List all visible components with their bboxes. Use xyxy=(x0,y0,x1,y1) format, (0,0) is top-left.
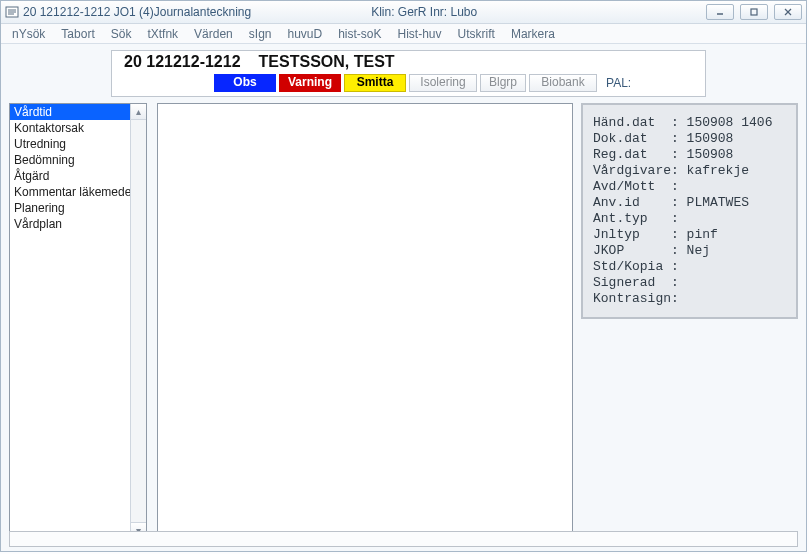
window-klin: Klin: GerR Inr: Lubo xyxy=(371,5,477,19)
window-title: 20 121212-1212 JO1 (4)Journalanteckning xyxy=(23,5,251,19)
close-button[interactable] xyxy=(774,4,802,20)
btn-biobank[interactable]: Biobank xyxy=(529,74,597,92)
status-bar xyxy=(9,531,798,547)
meta-row: Dok.dat : 150908 xyxy=(593,131,786,147)
app-window: 20 121212-1212 JO1 (4)Journalanteckning … xyxy=(0,0,807,552)
meta-row: Kontrasign: xyxy=(593,291,786,307)
section-item[interactable]: Kontaktorsak xyxy=(10,120,130,136)
section-item[interactable]: Vårdplan xyxy=(10,216,130,232)
btn-blgrp[interactable]: Blgrp xyxy=(480,74,526,92)
meta-row: Anv.id : PLMATWES xyxy=(593,195,786,211)
app-icon xyxy=(5,5,19,19)
menu-utskrift[interactable]: Utskrift xyxy=(451,26,502,42)
menu-sok[interactable]: Sök xyxy=(104,26,139,42)
section-item[interactable]: Bedömning xyxy=(10,152,130,168)
tag-smitta[interactable]: Smitta xyxy=(344,74,406,92)
note-editor[interactable] xyxy=(157,103,573,539)
meta-panel: Händ.dat : 150908 1406Dok.dat : 150908Re… xyxy=(579,103,798,539)
menu-tabort[interactable]: Tabort xyxy=(54,26,101,42)
meta-row: Avd/Mott : xyxy=(593,179,786,195)
menu-bar: nYsök Tabort Sök tXtfnk Värden sIgn huvu… xyxy=(1,24,806,44)
tag-varning[interactable]: Varning xyxy=(279,74,341,92)
menu-sign[interactable]: sIgn xyxy=(242,26,279,42)
menu-varden[interactable]: Värden xyxy=(187,26,240,42)
patient-name: TESTSSON, TEST xyxy=(259,53,395,71)
section-item[interactable]: Vårdtid xyxy=(10,104,130,120)
menu-txtfnk[interactable]: tXtfnk xyxy=(140,26,185,42)
menu-histsok[interactable]: hist-soK xyxy=(331,26,388,42)
menu-markera[interactable]: Markera xyxy=(504,26,562,42)
meta-row: Jnltyp : pinf xyxy=(593,227,786,243)
menu-nysok[interactable]: nYsök xyxy=(5,26,52,42)
meta-row: Vårdgivare: kafrekje xyxy=(593,163,786,179)
section-item[interactable]: Planering xyxy=(10,200,130,216)
patient-bar: 20 121212-1212 TESTSSON, TEST Obs Varnin… xyxy=(111,50,706,97)
svg-rect-5 xyxy=(751,9,757,15)
meta-row: Händ.dat : 150908 1406 xyxy=(593,115,786,131)
meta-row: Reg.dat : 150908 xyxy=(593,147,786,163)
meta-box: Händ.dat : 150908 1406Dok.dat : 150908Re… xyxy=(581,103,798,319)
section-item[interactable]: Åtgärd xyxy=(10,168,130,184)
menu-histhuv[interactable]: Hist-huv xyxy=(391,26,449,42)
titlebar: 20 121212-1212 JO1 (4)Journalanteckning … xyxy=(1,1,806,24)
meta-row: Signerad : xyxy=(593,275,786,291)
pal-label: PAL: xyxy=(606,76,631,90)
meta-row: Ant.typ : xyxy=(593,211,786,227)
menu-huvud[interactable]: huvuD xyxy=(280,26,329,42)
list-scrollbar[interactable]: ▴ ▾ xyxy=(130,104,146,538)
minimize-button[interactable] xyxy=(706,4,734,20)
btn-isolering[interactable]: Isolering xyxy=(409,74,477,92)
patient-id: 20 121212-1212 xyxy=(124,53,241,71)
section-item[interactable]: Kommentar läkemedel xyxy=(10,184,130,200)
meta-row: Std/Kopia : xyxy=(593,259,786,275)
scroll-up-icon[interactable]: ▴ xyxy=(131,104,146,120)
section-item[interactable]: Utredning xyxy=(10,136,130,152)
section-list[interactable]: VårdtidKontaktorsakUtredningBedömningÅtg… xyxy=(9,103,147,539)
maximize-button[interactable] xyxy=(740,4,768,20)
meta-row: JKOP : Nej xyxy=(593,243,786,259)
work-area: VårdtidKontaktorsakUtredningBedömningÅtg… xyxy=(1,101,806,539)
tag-obs[interactable]: Obs xyxy=(214,74,276,92)
